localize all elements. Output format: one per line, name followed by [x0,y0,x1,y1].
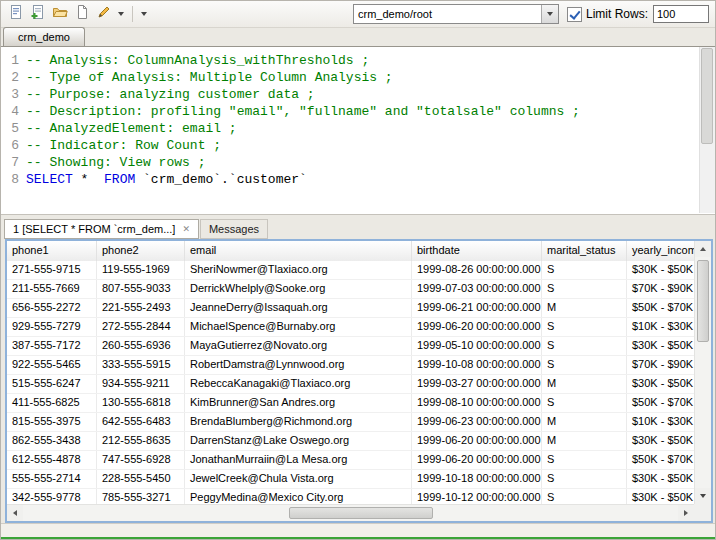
sql-editor[interactable]: 1-- Analysis: ColumnAnalysis_withThresho… [1,47,715,215]
table-row[interactable]: 342-555-9778785-555-3271PeggyMedina@Mexi… [7,489,694,504]
column-header-birthdate[interactable]: birthdate [412,241,542,261]
table-cell[interactable]: $50K - $70K [627,394,694,412]
table-row[interactable]: 411-555-6825130-555-6818KimBrunner@San A… [7,394,694,413]
table-cell[interactable]: BrendaBlumberg@Richmond.org [185,413,412,431]
editor-line[interactable]: 8SELECT * FROM `crm_demo`.`customer` [1,171,699,188]
close-icon[interactable]: ✕ [182,224,190,234]
column-header-marital_status[interactable]: marital_status [542,241,627,261]
editor-line[interactable]: 2-- Type of Analysis: Multiple Column An… [1,69,699,86]
table-cell[interactable]: $30K - $50K [627,470,694,488]
table-cell[interactable]: S [542,337,627,355]
table-row[interactable]: 211-555-7669807-555-9033DerrickWhelply@S… [7,280,694,299]
table-cell[interactable]: 1999-06-20 00:00:00.000 [412,432,542,450]
toolbar-dropdown-button[interactable] [115,3,127,25]
table-cell[interactable]: M [542,375,627,393]
table-cell[interactable]: MayaGutierrez@Novato.org [185,337,412,355]
table-cell[interactable]: 221-555-2493 [97,299,185,317]
table-cell[interactable]: PeggyMedina@Mexico City.org [185,489,412,504]
table-cell[interactable]: 1999-10-08 00:00:00.000 [412,356,542,374]
column-header-phone2[interactable]: phone2 [97,241,185,261]
table-cell[interactable]: $70K - $90K [627,356,694,374]
horizontal-scrollbar[interactable] [7,504,694,521]
table-cell[interactable]: 1999-06-21 00:00:00.000 [412,299,542,317]
table-cell[interactable]: RobertDamstra@Lynnwood.org [185,356,412,374]
vertical-scrollbar[interactable] [694,241,711,504]
table-cell[interactable]: 387-555-7172 [7,337,97,355]
table-cell[interactable]: S [542,394,627,412]
table-row[interactable]: 555-555-2714228-555-5450JewelCreek@Chula… [7,470,694,489]
editor-line[interactable]: 4-- Description: profiling "email", "ful… [1,103,699,120]
table-row[interactable]: 387-555-7172260-555-6936MayaGutierrez@No… [7,337,694,356]
editor-line[interactable]: 7-- Showing: View rows ; [1,154,699,171]
column-header-phone1[interactable]: phone1 [7,241,97,261]
table-cell[interactable]: 785-555-3271 [97,489,185,504]
table-cell[interactable]: S [542,261,627,279]
table-cell[interactable]: $30K - $50K [627,375,694,393]
table-cell[interactable]: S [542,356,627,374]
open-folder-button[interactable] [49,3,71,25]
table-cell[interactable]: S [542,470,627,488]
table-cell[interactable]: 1999-03-27 00:00:00.000 [412,375,542,393]
table-cell[interactable]: 862-555-3438 [7,432,97,450]
table-cell[interactable]: JonathanMurraiin@La Mesa.org [185,451,412,469]
combo-dropdown-button[interactable] [541,5,558,23]
table-cell[interactable]: 555-555-2714 [7,470,97,488]
table-cell[interactable]: M [542,432,627,450]
editor-tab-crm-demo[interactable]: crm_demo [3,27,85,46]
table-row[interactable]: 862-555-3438212-555-8635DarrenStanz@Lake… [7,432,694,451]
scroll-right-button[interactable] [678,505,694,521]
table-cell[interactable]: 515-555-6247 [7,375,97,393]
table-cell[interactable]: JeanneDerry@Issaquah.org [185,299,412,317]
table-cell[interactable]: 1999-05-10 00:00:00.000 [412,337,542,355]
table-row[interactable]: 815-555-3975642-555-6483BrendaBlumberg@R… [7,413,694,432]
connection-combo[interactable]: crm_demo/root [353,4,559,24]
table-cell[interactable]: 922-555-5465 [7,356,97,374]
table-cell[interactable]: 929-555-7279 [7,318,97,336]
table-cell[interactable]: $30K - $50K [627,261,694,279]
horizontal-scrollbar-thumb[interactable] [289,507,433,519]
editor-scrollbar-thumb[interactable] [701,48,713,144]
scroll-up-button[interactable] [695,241,711,257]
editor-line[interactable]: 1-- Analysis: ColumnAnalysis_withThresho… [1,52,699,69]
vertical-scrollbar-thumb[interactable] [697,260,709,342]
limit-rows-checkbox[interactable] [567,7,582,22]
table-row[interactable]: 271-555-9715119-555-1969SheriNowmer@Tlax… [7,261,694,280]
table-cell[interactable]: 1999-06-20 00:00:00.000 [412,451,542,469]
table-cell[interactable]: M [542,413,627,431]
table-cell[interactable]: 333-555-5915 [97,356,185,374]
limit-rows-input[interactable] [653,5,709,23]
table-cell[interactable]: JewelCreek@Chula Vista.org [185,470,412,488]
new-page-button[interactable] [71,3,93,25]
table-cell[interactable]: 272-555-2844 [97,318,185,336]
table-cell[interactable]: 642-555-6483 [97,413,185,431]
table-cell[interactable]: 815-555-3975 [7,413,97,431]
table-cell[interactable]: $10K - $30K [627,413,694,431]
table-cell[interactable]: S [542,280,627,298]
table-row[interactable]: 929-555-7279272-555-2844MichaelSpence@Bu… [7,318,694,337]
table-row[interactable]: 922-555-5465333-555-5915RobertDamstra@Ly… [7,356,694,375]
table-cell[interactable]: 1999-07-03 00:00:00.000 [412,280,542,298]
export-page-button[interactable] [27,3,49,25]
table-cell[interactable]: 1999-10-18 00:00:00.000 [412,470,542,488]
editor-line[interactable]: 3-- Purpose: analyzing customer data ; [1,86,699,103]
table-cell[interactable]: S [542,451,627,469]
table-cell[interactable]: M [542,299,627,317]
table-cell[interactable]: $30K - $50K [627,432,694,450]
table-cell[interactable]: 656-555-2272 [7,299,97,317]
table-cell[interactable]: 130-555-6818 [97,394,185,412]
table-cell[interactable]: SheriNowmer@Tlaxiaco.org [185,261,412,279]
table-cell[interactable]: 119-555-1969 [97,261,185,279]
table-cell[interactable]: 934-555-9211 [97,375,185,393]
editor-line[interactable]: 5-- AnalyzedElement: email ; [1,120,699,137]
table-cell[interactable]: $50K - $70K [627,451,694,469]
table-row[interactable]: 515-555-6247934-555-9211RebeccaKanagaki@… [7,375,694,394]
table-row[interactable]: 656-555-2272221-555-2493JeanneDerry@Issa… [7,299,694,318]
table-cell[interactable]: $30K - $50K [627,337,694,355]
table-cell[interactable]: 342-555-9778 [7,489,97,504]
scroll-left-button[interactable] [7,505,23,521]
table-cell[interactable]: 411-555-6825 [7,394,97,412]
table-cell[interactable]: S [542,489,627,504]
table-cell[interactable]: $70K - $90K [627,280,694,298]
table-cell[interactable]: 1999-06-20 00:00:00.000 [412,318,542,336]
table-cell[interactable]: 612-555-4878 [7,451,97,469]
